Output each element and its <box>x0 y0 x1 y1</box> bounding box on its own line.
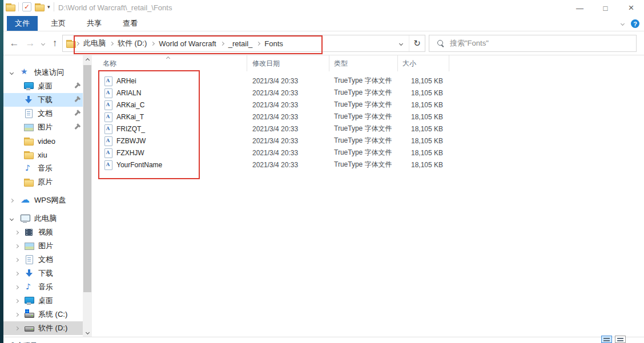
sidebar-item-xiu[interactable]: xiu <box>3 148 83 162</box>
breadcrumb-item[interactable]: _retail_ <box>224 39 257 48</box>
toolbar-separator <box>54 2 54 11</box>
chevron-right-icon[interactable] <box>7 199 16 202</box>
sidebar-item-label: video <box>38 137 55 146</box>
chevron-right-icon[interactable] <box>12 327 21 330</box>
tab-home[interactable]: 主页 <box>43 16 74 31</box>
file-row[interactable]: FZBWJW2021/3/4 20:33TrueType 字体文件18,105 … <box>92 135 644 147</box>
sidebar-item-video[interactable]: video <box>3 134 83 148</box>
sidebar-item-图片[interactable]: 图片 <box>3 120 83 134</box>
sidebar-scrollbar[interactable] <box>83 55 92 337</box>
chevron-down-icon[interactable] <box>7 71 16 74</box>
music-icon <box>25 283 34 292</box>
chevron-right-icon[interactable] <box>12 245 21 248</box>
file-date-modified: 2021/3/4 20:33 <box>247 161 329 169</box>
chevron-right-icon[interactable] <box>12 231 21 234</box>
sidebar-item-音乐[interactable]: 音乐 <box>3 280 83 294</box>
tab-share[interactable]: 共享 <box>79 16 110 31</box>
chevron-down-icon[interactable] <box>7 217 16 220</box>
file-name: ARIALN <box>116 89 141 97</box>
thumbnails-view-icon[interactable] <box>615 336 626 343</box>
properties-check-icon[interactable] <box>22 2 31 11</box>
chevron-right-icon[interactable] <box>12 313 21 316</box>
sidebar-item-WPS网盘[interactable]: WPS网盘 <box>3 193 83 207</box>
sidebar-item-label: 视频 <box>38 227 53 237</box>
file-row[interactable]: FRIZQT_2021/3/4 20:33TrueType 字体文件18,105… <box>92 123 644 135</box>
recent-locations-icon[interactable] <box>38 31 48 55</box>
sidebar-item-下载[interactable]: 下载 <box>3 267 83 280</box>
column-header-size[interactable]: 大小 <box>398 55 449 71</box>
drive-system-icon <box>25 310 34 319</box>
truetype-file-icon <box>104 100 112 110</box>
sidebar-item-下载[interactable]: 下载 <box>3 93 83 107</box>
details-view-icon[interactable] <box>601 336 612 343</box>
new-folder-icon[interactable] <box>35 2 44 11</box>
tab-view[interactable]: 查看 <box>115 16 146 31</box>
breadcrumb-separator-icon <box>220 41 224 45</box>
ribbon-tab-bar: 文件 主页 共享 查看 ? <box>3 16 644 31</box>
file-row[interactable]: ARKai_C2021/3/4 20:33TrueType 字体文件18,105… <box>92 99 644 111</box>
address-bar[interactable]: 此电脑软件 (D:)World of Warcraft_retail_Fonts… <box>62 35 425 52</box>
file-type: TrueType 字体文件 <box>329 88 398 98</box>
column-header-date-modified[interactable]: 修改日期 <box>247 55 329 71</box>
column-header-type[interactable]: 类型 <box>329 55 398 71</box>
file-date-modified: 2021/3/4 20:33 <box>247 125 329 133</box>
sidebar-item-音乐[interactable]: 音乐 <box>3 162 83 175</box>
file-row[interactable]: ARHei2021/3/4 20:33TrueType 字体文件18,105 K… <box>92 75 644 87</box>
sidebar-item-桌面[interactable]: 桌面 <box>3 294 83 308</box>
file-row[interactable]: FZXHJW2021/3/4 20:33TrueType 字体文件18,105 … <box>92 147 644 159</box>
scrollbar-thumb[interactable] <box>83 65 91 292</box>
forward-button[interactable]: → <box>23 31 38 55</box>
file-date-modified: 2021/3/4 20:33 <box>247 149 329 157</box>
document-icon <box>24 109 33 118</box>
file-type: TrueType 字体文件 <box>329 136 398 146</box>
sidebar-item-快速访问[interactable]: 快速访问 <box>3 66 83 79</box>
maximize-button[interactable]: □ <box>593 0 618 16</box>
file-row[interactable]: ARKai_T2021/3/4 20:33TrueType 字体文件18,105… <box>92 111 644 123</box>
sidebar-item-文档[interactable]: 文档 <box>3 107 83 120</box>
desktop-icon <box>25 296 34 305</box>
breadcrumb-separator-icon <box>256 41 260 45</box>
sidebar-item-系统 (C:)[interactable]: 系统 (C:) <box>3 308 83 321</box>
file-row[interactable]: ARIALN2021/3/4 20:33TrueType 字体文件18,105 … <box>92 87 644 99</box>
up-button[interactable]: ↑ <box>48 31 62 55</box>
picture-icon <box>25 241 34 251</box>
customize-toolbar-caret-icon[interactable]: ▾ <box>47 4 50 10</box>
collapse-ribbon-icon[interactable] <box>621 22 625 26</box>
help-icon[interactable]: ? <box>631 19 639 28</box>
file-size: 18,105 KB <box>398 125 449 133</box>
file-date-modified: 2021/3/4 20:33 <box>247 101 329 109</box>
toolbar-separator <box>18 2 19 11</box>
sidebar-item-此电脑[interactable]: 此电脑 <box>3 212 83 225</box>
chevron-right-icon[interactable] <box>12 259 21 261</box>
sidebar-item-视频[interactable]: 视频 <box>3 225 83 239</box>
sidebar-item-软件 (D:)[interactable]: 软件 (D:) <box>3 321 83 335</box>
breadcrumb-item[interactable]: World of Warcraft <box>155 39 220 48</box>
search-icon <box>436 39 445 48</box>
minimize-button[interactable]: — <box>567 0 593 16</box>
file-name-cell: FZXHJW <box>92 148 247 158</box>
breadcrumb: 此电脑软件 (D:)World of Warcraft_retail_Fonts <box>75 35 393 51</box>
chevron-right-icon[interactable] <box>12 286 21 289</box>
file-row[interactable]: YourFontName2021/3/4 20:33TrueType 字体文件1… <box>92 159 644 171</box>
sidebar-item-桌面[interactable]: 桌面 <box>3 79 83 93</box>
back-button[interactable]: ← <box>7 31 22 55</box>
quick-access-toolbar: ▾ <box>6 2 54 11</box>
scroll-up-icon[interactable] <box>83 55 92 64</box>
chevron-right-icon[interactable] <box>12 272 21 275</box>
tab-file[interactable]: 文件 <box>7 16 38 31</box>
sidebar-item-原片[interactable]: 原片 <box>3 175 83 189</box>
chevron-right-icon[interactable] <box>12 300 21 302</box>
refresh-icon[interactable]: ↻ <box>409 35 425 51</box>
sidebar-item-label: 此电脑 <box>34 213 57 224</box>
breadcrumb-item[interactable]: 软件 (D:) <box>114 38 151 49</box>
search-box[interactable]: 搜索"Fonts" <box>429 35 637 52</box>
close-button[interactable]: × <box>618 0 644 16</box>
scroll-down-icon[interactable] <box>83 328 92 337</box>
sidebar-item-文档[interactable]: 文档 <box>3 253 83 267</box>
sidebar-item-图片[interactable]: 图片 <box>3 239 83 253</box>
breadcrumb-item[interactable]: Fonts <box>260 39 287 48</box>
window-title: D:\World of Warcraft\_retail_\Fonts <box>58 3 172 12</box>
breadcrumb-item[interactable]: 此电脑 <box>79 38 110 49</box>
window-folder-icon[interactable] <box>6 2 15 11</box>
address-dropdown-icon[interactable] <box>393 35 409 51</box>
